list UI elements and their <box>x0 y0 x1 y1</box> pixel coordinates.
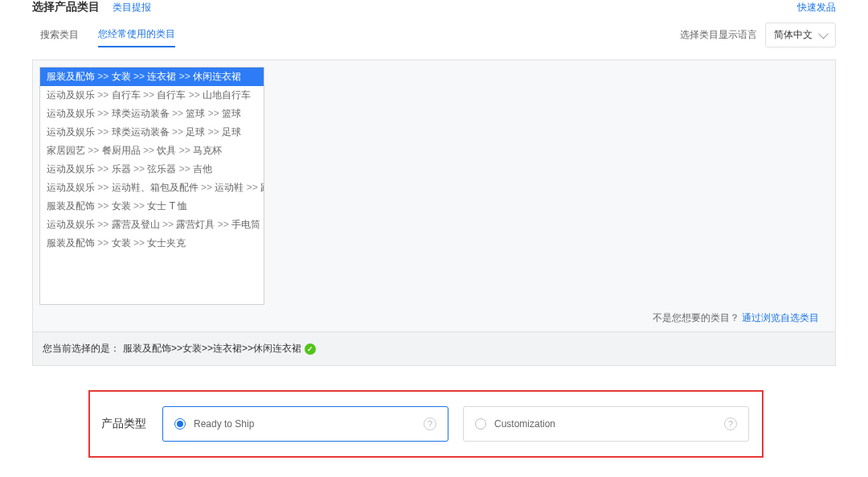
product-type-option-label: Ready to Ship <box>194 418 254 430</box>
language-label: 选择类目显示语言 <box>680 28 757 42</box>
category-item[interactable]: 运动及娱乐 >> 乐器 >> 弦乐器 >> 吉他 <box>40 160 264 179</box>
page-title: 选择产品类目 <box>32 0 100 14</box>
category-panel: 服装及配饰 >> 女装 >> 连衣裙 >> 休闲连衣裙运动及娱乐 >> 自行车 … <box>32 60 836 332</box>
product-type-option[interactable]: Ready to Ship? <box>162 406 448 442</box>
category-listbox[interactable]: 服装及配饰 >> 女装 >> 连衣裙 >> 休闲连衣裙运动及娱乐 >> 自行车 … <box>39 67 264 305</box>
category-item[interactable]: 运动及娱乐 >> 露营及登山 >> 露营灯具 >> 手电筒 <box>40 216 264 234</box>
tab-search-category[interactable]: 搜索类目 <box>40 23 79 47</box>
quick-publish-link[interactable]: 快速发品 <box>797 1 836 14</box>
tab-frequent-category[interactable]: 您经常使用的类目 <box>98 23 175 47</box>
footer-hint: 不是您想要的类目？ 通过浏览自选类目 <box>39 305 829 325</box>
product-type-section: 产品类型 Ready to Ship?Customization? <box>88 390 764 458</box>
language-select[interactable]: 简体中文 <box>765 23 836 47</box>
product-type-option-label: Customization <box>494 418 555 430</box>
radio-icon <box>174 418 186 430</box>
category-item[interactable]: 运动及娱乐 >> 自行车 >> 自行车 >> 山地自行车 <box>40 86 264 105</box>
category-item[interactable]: 服装及配饰 >> 女装 >> 女士 T 恤 <box>40 197 264 216</box>
category-item[interactable]: 运动及娱乐 >> 球类运动装备 >> 足球 >> 足球 <box>40 123 264 142</box>
current-selection-bar: 您当前选择的是： 服装及配饰>>女装>>连衣裙>>休闲连衣裙 ✓ <box>32 332 836 366</box>
language-value: 简体中文 <box>774 29 813 40</box>
category-item[interactable]: 运动及娱乐 >> 球类运动装备 >> 篮球 >> 篮球 <box>40 105 264 123</box>
product-type-label: 产品类型 <box>101 417 146 431</box>
help-icon[interactable]: ? <box>724 417 737 430</box>
category-report-link[interactable]: 类目提报 <box>113 1 151 14</box>
product-type-option[interactable]: Customization? <box>463 406 749 442</box>
help-icon[interactable]: ? <box>424 417 436 430</box>
check-icon: ✓ <box>305 343 316 355</box>
browse-categories-link[interactable]: 通过浏览自选类目 <box>742 312 819 323</box>
current-selection-path: 服装及配饰>>女装>>连衣裙>>休闲连衣裙 <box>123 342 301 356</box>
current-selection-prefix: 您当前选择的是： <box>43 342 120 356</box>
radio-icon <box>475 418 486 430</box>
footer-hint-text: 不是您想要的类目？ <box>653 312 739 323</box>
category-item[interactable]: 服装及配饰 >> 女装 >> 连衣裙 >> 休闲连衣裙 <box>40 68 264 86</box>
category-item[interactable]: 运动及娱乐 >> 运动鞋、箱包及配件 >> 运动鞋 >> 跑步鞋 <box>40 179 264 197</box>
category-item[interactable]: 家居园艺 >> 餐厨用品 >> 饮具 >> 马克杯 <box>40 142 264 160</box>
category-item[interactable]: 服装及配饰 >> 女装 >> 女士夹克 <box>40 234 264 253</box>
